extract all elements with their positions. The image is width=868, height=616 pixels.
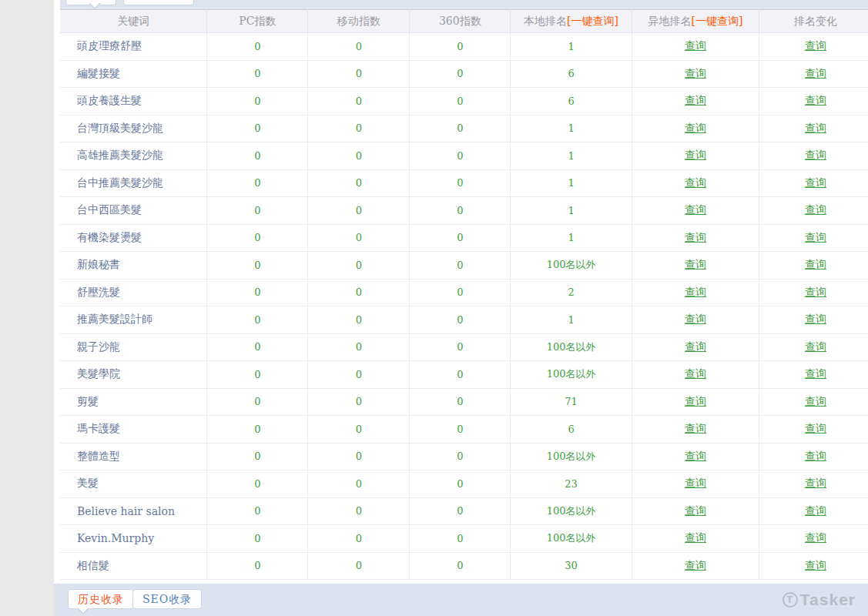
local-rank-cell: 1: [511, 306, 632, 334]
pc-index-cell: 0: [207, 361, 308, 389]
col-header-local-rank: 本地排名[一键查询]: [511, 10, 632, 33]
table-row: 推薦美髮設計師0001查询查询查询: [60, 306, 868, 334]
remote-rank-query-link[interactable]: 查询: [685, 340, 706, 353]
index-360-cell: 0: [410, 416, 511, 444]
rank-change-query-link[interactable]: 查询: [805, 176, 826, 189]
remote-rank-query-link[interactable]: 查询: [685, 559, 706, 571]
table-row: 剪髮00071查询查询查询: [60, 388, 868, 416]
rank-change-query-link[interactable]: 查询: [805, 149, 826, 161]
local-rank-cell: 1: [511, 224, 632, 252]
remote-rank-query-link[interactable]: 查询: [685, 367, 706, 380]
pc-index-cell: 0: [207, 88, 308, 116]
remote-rank-batch-query-link[interactable]: [一键查询]: [692, 15, 743, 27]
local-rank-batch-query-link[interactable]: [一键查询]: [567, 15, 618, 27]
rank-change-query-link[interactable]: 查询: [805, 559, 826, 571]
pc-index-cell: 0: [207, 142, 308, 170]
query-cell: 查询: [759, 33, 868, 61]
remote-rank-query-link[interactable]: 查询: [685, 39, 706, 52]
local-rank-cell: 1: [511, 33, 632, 61]
remote-rank-query-link[interactable]: 查询: [685, 122, 706, 134]
local-rank-cell: 100名以外: [511, 252, 632, 280]
rank-change-query-link[interactable]: 查询: [805, 477, 826, 489]
history-index-tab[interactable]: 历史收录: [68, 589, 134, 609]
rank-change-query-link[interactable]: 查询: [805, 504, 826, 517]
keyword-cell: 推薦美髮設計師: [60, 306, 207, 334]
table-row: 頭皮理療舒壓0001查询查询查询: [60, 33, 868, 61]
rank-change-query-link[interactable]: 查询: [805, 340, 826, 353]
rank-change-query-link[interactable]: 查询: [805, 203, 826, 216]
keyword-cell: 整體造型: [60, 443, 207, 470]
table-row: 台中西區美髮0001查询查询查询: [60, 197, 868, 225]
rank-change-query-link[interactable]: 查询: [805, 122, 826, 134]
table-body: 頭皮理療舒壓0001查询查询查询編髮接髮0006查询查询查询頭皮養護生髮0006…: [60, 33, 868, 580]
remote-rank-query-link[interactable]: 查询: [685, 203, 706, 216]
remote-rank-query-link[interactable]: 查询: [685, 94, 706, 106]
remote-rank-query-link[interactable]: 查询: [685, 258, 706, 270]
rank-change-query-link[interactable]: 查询: [805, 450, 826, 462]
query-cell: 查询: [632, 33, 759, 61]
remote-rank-query-link[interactable]: 查询: [685, 286, 706, 298]
remote-rank-query-link[interactable]: 查询: [685, 477, 706, 489]
mobile-index-cell: 0: [308, 115, 410, 142]
local-rank-cell: 1: [511, 115, 632, 142]
rank-change-query-link[interactable]: 查询: [805, 531, 826, 544]
keyword-cell: 有機染髮燙髮: [60, 224, 207, 252]
mobile-index-cell: 0: [308, 252, 410, 280]
keyword-cell: Believe hair salon: [60, 497, 207, 525]
rank-change-query-link[interactable]: 查询: [805, 94, 826, 106]
query-cell: 查询: [759, 115, 868, 142]
remote-rank-query-link[interactable]: 查询: [685, 231, 706, 243]
col-header-360-index: 360指数: [410, 10, 511, 33]
remote-rank-query-link[interactable]: 查询: [685, 176, 706, 189]
index-360-cell: 0: [410, 169, 511, 197]
top-tab-stub-2[interactable]: [123, 0, 194, 5]
remote-rank-query-link[interactable]: 查询: [685, 149, 706, 161]
rank-change-query-link[interactable]: 查询: [805, 39, 826, 52]
keyword-cell: 美髮: [60, 470, 207, 498]
rank-change-query-link[interactable]: 查询: [805, 67, 826, 79]
index-360-cell: 0: [410, 88, 511, 116]
remote-rank-query-link[interactable]: 查询: [685, 504, 706, 517]
remote-rank-query-link[interactable]: 查询: [685, 531, 706, 544]
mobile-index-cell: 0: [308, 361, 410, 389]
remote-rank-query-link[interactable]: 查询: [685, 395, 706, 407]
index-360-cell: 0: [410, 224, 511, 252]
rank-change-query-link[interactable]: 查询: [805, 367, 826, 380]
index-360-cell: 0: [410, 279, 511, 306]
rank-change-query-link[interactable]: 查询: [805, 231, 826, 243]
tasker-brand-text: Tasker: [800, 591, 856, 609]
mobile-index-cell: 0: [308, 306, 410, 334]
mobile-index-cell: 0: [308, 33, 410, 61]
remote-rank-query-link[interactable]: 查询: [685, 313, 706, 325]
mobile-index-cell: 0: [308, 470, 410, 498]
index-360-cell: 0: [410, 197, 511, 225]
query-cell: 查询: [632, 224, 759, 252]
pc-index-cell: 0: [207, 470, 308, 498]
rank-change-query-link[interactable]: 查询: [805, 395, 826, 407]
pc-index-cell: 0: [207, 497, 308, 525]
mobile-index-cell: 0: [308, 416, 410, 444]
table-row: 新娘秘書000100名以外查询查询查询: [60, 252, 868, 280]
table-row: 相信髮00030查询查询查询: [60, 552, 868, 580]
remote-rank-query-link[interactable]: 查询: [685, 67, 706, 79]
rank-change-query-link[interactable]: 查询: [805, 286, 826, 298]
pc-index-cell: 0: [207, 33, 308, 61]
query-cell: 查询: [759, 88, 868, 116]
mobile-index-cell: 0: [308, 197, 410, 225]
remote-rank-query-link[interactable]: 查询: [685, 422, 706, 434]
query-cell: 查询: [759, 497, 868, 525]
table-row: 高雄推薦美髮沙龍0001查询查询查询: [60, 142, 868, 170]
rank-change-query-link[interactable]: 查询: [805, 313, 826, 325]
table-row: 台灣頂級美髮沙龍0001查询查询查询: [60, 115, 868, 142]
index-360-cell: 0: [410, 388, 511, 416]
rank-change-query-link[interactable]: 查询: [805, 422, 826, 434]
keyword-cell: Kevin.Murphy: [60, 525, 207, 553]
remote-rank-query-link[interactable]: 查询: [685, 450, 706, 462]
rank-change-query-link[interactable]: 查询: [805, 258, 826, 270]
mobile-index-cell: 0: [308, 142, 410, 170]
query-cell: 查询: [632, 142, 759, 170]
table-row: 美髮00023查询查询查询: [60, 470, 868, 498]
index-360-cell: 0: [410, 525, 511, 553]
query-cell: 查询: [632, 306, 759, 334]
seo-index-tab[interactable]: SEO收录: [132, 589, 202, 609]
